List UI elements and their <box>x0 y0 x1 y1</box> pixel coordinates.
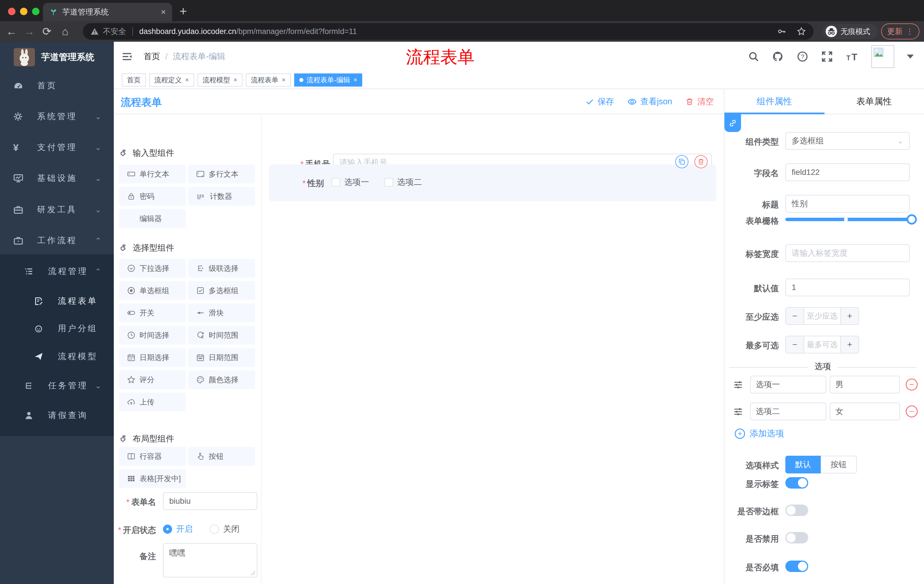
update-button[interactable]: 更新 ⋮ <box>881 23 919 39</box>
search-icon[interactable] <box>748 51 759 62</box>
component-slider[interactable]: 滑块 <box>188 303 255 322</box>
new-tab-button[interactable]: + <box>180 4 187 18</box>
view-json-button[interactable]: 查看json <box>627 96 672 107</box>
minus-button[interactable]: − <box>786 336 804 353</box>
sidebar-item-home[interactable]: 首页 <box>0 74 114 97</box>
drag-handle-icon[interactable] <box>733 406 743 417</box>
github-icon[interactable] <box>772 51 784 63</box>
tag-process-model[interactable]: 流程模型× <box>198 73 243 87</box>
forward-icon[interactable]: → <box>23 26 35 37</box>
disabled-toggle[interactable] <box>785 532 808 543</box>
clear-button[interactable]: 清空 <box>685 96 714 107</box>
field-name-input[interactable]: field122 <box>785 163 910 181</box>
component-table-dev[interactable]: 表格[开发中] <box>119 469 186 488</box>
password-key-icon[interactable] <box>777 27 786 36</box>
radio-on-icon[interactable] <box>163 525 172 534</box>
help-icon[interactable]: ? <box>797 51 808 63</box>
reload-icon[interactable]: ⟳ <box>41 26 53 37</box>
traffic-close-icon[interactable] <box>8 8 15 15</box>
option-value-input[interactable]: 女 <box>830 403 900 420</box>
option-value-input[interactable]: 男 <box>830 376 900 393</box>
component-date-picker[interactable]: 日期选择 <box>119 348 186 367</box>
checkbox-icon[interactable] <box>384 178 393 187</box>
avatar[interactable] <box>871 45 894 68</box>
sidebar-item-process-form[interactable]: 流程表单 <box>0 290 114 313</box>
avatar-caret-icon[interactable] <box>907 54 914 59</box>
component-radio-group[interactable]: 单选框组 <box>119 281 186 300</box>
breadcrumb-home[interactable]: 首页 <box>144 51 160 62</box>
component-color-picker[interactable]: 颜色选择 <box>188 370 255 389</box>
component-row-container[interactable]: 行容器 <box>119 447 186 466</box>
tag-home[interactable]: 首页 <box>122 73 146 87</box>
sidebar-item-task-mgmt[interactable]: 任务管理 ⌄ <box>0 374 114 397</box>
min-placeholder[interactable]: 至少应选 <box>804 308 840 324</box>
sidebar-item-process-mgmt[interactable]: 流程管理 ⌃ <box>0 260 114 283</box>
component-upload[interactable]: 上传 <box>119 393 186 411</box>
option-label-input[interactable]: 选项二 <box>750 403 826 420</box>
link-handle[interactable] <box>724 114 741 132</box>
slider-track[interactable] <box>785 218 913 221</box>
tab-form-props[interactable]: 表单属性 <box>824 89 924 114</box>
tag-process-form[interactable]: 流程表单× <box>246 73 291 87</box>
sidebar-logo[interactable]: 芋道管理系统 <box>0 44 114 70</box>
tag-close-icon[interactable]: × <box>234 76 237 84</box>
delete-component-button[interactable] <box>695 155 708 168</box>
component-counter[interactable]: 123 计数器 <box>188 187 255 206</box>
component-time-range[interactable]: 时间范围 <box>188 326 255 345</box>
drag-handle-icon[interactable] <box>733 380 743 390</box>
style-default-button[interactable]: 默认 <box>785 456 821 474</box>
browser-menu-icon[interactable]: ⋮ <box>906 27 913 36</box>
component-editor[interactable]: 编辑器 <box>119 209 186 228</box>
style-button-button[interactable]: 按钮 <box>821 456 857 474</box>
sidebar-item-system[interactable]: 系统管理 ⌄ <box>0 105 114 128</box>
show-label-toggle[interactable] <box>785 477 808 489</box>
save-button[interactable]: 保存 <box>586 96 614 107</box>
tag-close-icon[interactable]: × <box>282 76 285 84</box>
remark-textarea[interactable]: 嘿嘿 <box>163 543 257 577</box>
sidebar-item-process-model[interactable]: 流程模型 <box>0 345 114 368</box>
component-checkbox-group[interactable]: 多选框组 <box>188 281 255 300</box>
component-rate[interactable]: 评分 <box>119 370 186 389</box>
tag-close-icon[interactable]: × <box>354 76 357 84</box>
form-name-input[interactable]: biubiu <box>163 492 257 510</box>
sidebar-item-leave-query[interactable]: 请假查询 <box>0 404 114 427</box>
tag-close-icon[interactable]: × <box>185 76 189 84</box>
copy-component-button[interactable] <box>675 155 688 168</box>
plus-button[interactable]: + <box>840 336 858 353</box>
remove-option-button[interactable]: − <box>906 405 918 418</box>
tab-component-props[interactable]: 组件属性 <box>724 89 824 114</box>
component-type-select[interactable]: 多选框组 ⌄ <box>785 132 910 150</box>
gender-checkbox-1[interactable]: 选项一 <box>332 176 369 188</box>
sidebar-item-payment[interactable]: ¥ 支付管理 ⌄ <box>0 136 114 159</box>
sidebar-item-user-group[interactable]: 用户分组 <box>0 317 114 340</box>
minus-button[interactable]: − <box>786 308 804 324</box>
plus-button[interactable]: + <box>840 308 858 324</box>
back-icon[interactable]: ← <box>5 26 18 37</box>
bookmark-star-icon[interactable] <box>797 26 806 36</box>
font-size-icon[interactable]: TT <box>846 51 859 63</box>
option-label-input[interactable]: 选项一 <box>750 376 826 393</box>
max-placeholder[interactable]: 最多可选 <box>804 336 840 353</box>
remove-option-button[interactable]: − <box>906 378 918 391</box>
browser-tab[interactable]: 芋道管理系统 × <box>43 3 172 21</box>
status-radio-off[interactable]: 关闭 <box>210 523 239 535</box>
hamburger-icon[interactable] <box>121 51 133 62</box>
component-single-text[interactable]: 单行文本 <box>119 165 186 183</box>
tag-process-definition[interactable]: 流程定义× <box>149 73 194 87</box>
home-icon[interactable]: ⌂ <box>59 26 71 37</box>
traffic-minimize-icon[interactable] <box>20 8 28 15</box>
title-input[interactable]: 性别 <box>785 195 910 212</box>
gender-checkbox-2[interactable]: 选项二 <box>384 176 422 188</box>
sidebar-item-infra[interactable]: 基础设施 ⌄ <box>0 167 114 190</box>
component-time-picker[interactable]: 时间选择 <box>119 326 186 345</box>
resize-handle-icon[interactable] <box>251 571 256 576</box>
checkbox-icon[interactable] <box>332 178 340 187</box>
default-input[interactable]: 1 <box>785 278 910 296</box>
component-button[interactable]: 按钮 <box>188 447 255 466</box>
sidebar-item-devtools[interactable]: 研发工具 ⌄ <box>0 198 114 221</box>
tag-process-form-edit[interactable]: 流程表单-编辑× <box>294 73 363 87</box>
address-bar[interactable]: 不安全 dashboard.yudao.iocoder.cn/bpm/manag… <box>83 23 813 40</box>
component-select[interactable]: 下拉选择 <box>119 259 186 278</box>
add-option-button[interactable]: + 添加选项 <box>735 428 784 439</box>
component-multi-text[interactable]: 多行文本 <box>188 165 255 183</box>
